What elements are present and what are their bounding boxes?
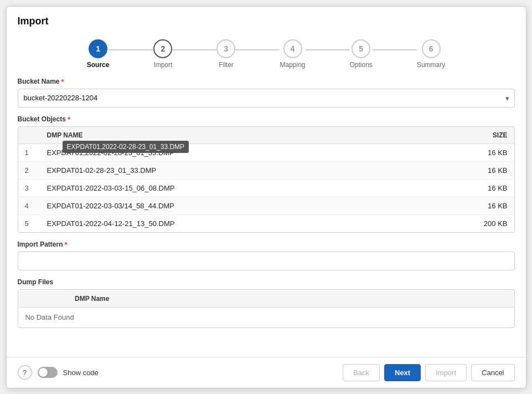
row-dmp-name: EXPDAT01-02-28-23_01_33.DMP (40, 161, 459, 179)
step-4-label: Mapping (280, 61, 305, 69)
step-3-label: Filter (219, 61, 234, 69)
import-pattern-input[interactable] (18, 252, 515, 270)
step-6-label: Summary (417, 61, 445, 69)
connector-5-6 (373, 49, 417, 50)
bucket-objects-table: DMP NAME SIZE 1 EXPDAT01,2022-02-28-23_0… (18, 127, 514, 232)
step-2[interactable]: 2 Import (153, 39, 172, 69)
bucket-name-select-wrapper: bucket-20220228-1204 ▾ (18, 89, 515, 108)
connector-1-2 (109, 49, 153, 50)
bucket-name-label: Bucket Name * (18, 78, 515, 86)
table-row[interactable]: 2 EXPDAT01-02-28-23_01_33.DMP 16 KB (18, 161, 514, 179)
table-row[interactable]: 5 EXPDAT01-2022-04-12-21_13_50.DMP 200 K… (18, 214, 514, 232)
row-size: 16 KB (459, 144, 514, 161)
col-header-num (18, 127, 40, 144)
dump-col-header-name: DMP Name (68, 290, 514, 307)
row-dmp-name: EXPDAT01,2022-02-28-23_01_33.DMP EXPDAT0… (40, 144, 459, 161)
no-data-cell: No Data Found (18, 307, 514, 327)
dialog-body: Bucket Name * bucket-20220228-1204 ▾ Buc… (7, 78, 526, 357)
step-4-circle: 4 (283, 39, 302, 58)
footer-right: Back Next Import Cancel (343, 364, 514, 381)
import-button[interactable]: Import (425, 364, 467, 381)
col-header-dmp-name: DMP NAME (40, 127, 459, 144)
table-row[interactable]: 4 EXPDAT01-2022-03-03/14_58_44.DMP 16 KB (18, 197, 514, 214)
step-4[interactable]: 4 Mapping (280, 39, 305, 69)
back-button[interactable]: Back (343, 364, 380, 381)
step-6-circle: 6 (422, 39, 441, 58)
step-6[interactable]: 6 Summary (417, 39, 445, 69)
connector-3-4 (235, 49, 280, 50)
table-header-row: DMP NAME SIZE (18, 127, 514, 144)
row-dmp-name: EXPDAT01-2022-04-12-21_13_50.DMP (40, 214, 459, 232)
bucket-name-select[interactable]: bucket-20220228-1204 (18, 89, 515, 108)
row-num: 4 (18, 197, 40, 214)
table-row: No Data Found (18, 307, 514, 327)
step-2-label: Import (153, 61, 172, 69)
step-5[interactable]: 5 Options (350, 39, 373, 69)
row-size: 16 KB (459, 179, 514, 197)
cancel-button[interactable]: Cancel (471, 364, 514, 381)
dialog-title: Import (7, 7, 526, 34)
row-num: 3 (18, 179, 40, 197)
wizard-steps: 1 Source 2 Import 3 Filter 4 Mapping 5 O… (7, 34, 526, 78)
connector-2-3 (172, 49, 216, 50)
required-star-bucket: * (61, 78, 64, 86)
step-1[interactable]: 1 Source (87, 39, 110, 69)
next-button[interactable]: Next (384, 364, 421, 381)
row-size: 16 KB (459, 197, 514, 214)
row-num: 2 (18, 161, 40, 179)
dump-table-header-row: DMP Name (18, 290, 514, 307)
col-header-size: SIZE (459, 127, 514, 144)
step-3[interactable]: 3 Filter (216, 39, 235, 69)
required-star-pattern: * (65, 241, 68, 249)
bucket-objects-table-wrapper: DMP NAME SIZE 1 EXPDAT01,2022-02-28-23_0… (18, 126, 515, 233)
import-pattern-field: Import Pattern * (18, 241, 515, 270)
dump-files-section: Dump Files DMP Name No Data Found (18, 278, 515, 328)
import-dialog: Import 1 Source 2 Import 3 Filter 4 Mapp… (6, 6, 526, 388)
dump-files-label: Dump Files (18, 278, 515, 286)
step-3-circle: 3 (216, 39, 235, 58)
step-5-circle: 5 (352, 39, 370, 58)
show-code-label: Show code (63, 369, 99, 377)
dialog-footer: ? Show code Back Next Import Cancel (7, 357, 526, 388)
row-size: 200 KB (459, 214, 514, 232)
table-row[interactable]: 3 EXPDAT01-2022-03-03-15_06_08.DMP 16 KB (18, 179, 514, 197)
footer-left: ? Show code (18, 365, 99, 380)
table-row[interactable]: 1 EXPDAT01,2022-02-28-23_01_33.DMP EXPDA… (18, 144, 514, 161)
connector-4-5 (306, 49, 350, 50)
step-1-label: Source (87, 61, 110, 69)
row-num: 5 (18, 214, 40, 232)
row-num: 1 (18, 144, 40, 161)
dump-col-header-empty (18, 290, 68, 307)
help-icon[interactable]: ? (18, 365, 32, 380)
row-dmp-name: EXPDAT01-2022-03-03-15_06_08.DMP (40, 179, 459, 197)
row-dmp-name: EXPDAT01-2022-03-03/14_58_44.DMP (40, 197, 459, 214)
toggle-knob (39, 368, 48, 377)
step-1-circle: 1 (89, 39, 107, 58)
dump-files-table-wrapper: DMP Name No Data Found (18, 289, 515, 328)
row-size: 16 KB (459, 161, 514, 179)
step-2-circle: 2 (153, 39, 172, 58)
bucket-name-field: Bucket Name * bucket-20220228-1204 ▾ (18, 78, 515, 108)
required-star-objects: * (68, 115, 70, 124)
show-code-toggle[interactable] (38, 367, 58, 378)
step-5-label: Options (350, 61, 373, 69)
bucket-objects-field: Bucket Objects * DMP NAME SIZE (18, 115, 515, 233)
dump-files-table: DMP Name No Data Found (18, 290, 514, 328)
bucket-objects-label: Bucket Objects * (18, 115, 515, 124)
import-pattern-label: Import Pattern * (18, 241, 515, 249)
